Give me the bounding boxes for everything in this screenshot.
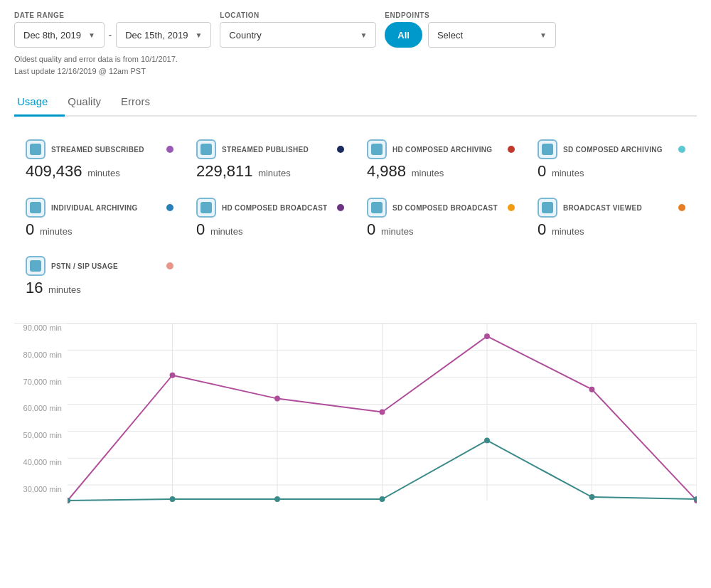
metric-value: 0	[367, 220, 375, 238]
metric-unit: minutes	[381, 226, 414, 237]
filter-bar: DATE RANGE Dec 8th, 2019 ▼ - Dec 15th, 2…	[14, 11, 697, 48]
tab-errors[interactable]: Errors	[118, 88, 167, 117]
main-page: DATE RANGE Dec 8th, 2019 ▼ - Dec 15th, 2…	[0, 0, 711, 588]
metric-unit: minutes	[40, 226, 73, 237]
metric-value: 0	[538, 220, 546, 238]
location-arrow-icon: ▼	[360, 31, 367, 39]
svg-point-24	[484, 437, 490, 443]
metric-icon-inner	[201, 144, 212, 155]
endpoints-label: ENDPOINTS	[385, 11, 556, 19]
metric-value-row: 0 minutes	[196, 220, 344, 239]
date-start-value: Dec 8th, 2019	[23, 30, 81, 41]
metric-header: PSTN / SIP USAGE	[26, 256, 173, 276]
metric-dot	[678, 204, 685, 211]
y-axis-label: 60,000 min	[14, 404, 68, 412]
metric-icon	[26, 198, 46, 218]
metric-value: 0	[538, 162, 546, 180]
metric-icon	[26, 256, 46, 276]
y-axis-label: 50,000 min	[14, 431, 68, 439]
metric-name: INDIVIDUAL ARCHIVING	[51, 203, 138, 213]
metric-icon	[26, 139, 46, 159]
metric-dot	[508, 146, 515, 153]
date-start-dropdown[interactable]: Dec 8th, 2019 ▼	[14, 22, 105, 48]
svg-point-15	[274, 396, 280, 402]
metric-dot	[337, 204, 344, 211]
endpoints-group: ENDPOINTS All Select ▼	[385, 11, 556, 48]
y-axis-label: 40,000 min	[14, 458, 68, 466]
metric-value-row: 0 minutes	[538, 162, 685, 181]
y-axis-label: 70,000 min	[14, 378, 68, 386]
metric-unit: minutes	[210, 226, 243, 237]
metric-icon	[538, 139, 557, 159]
metric-item: SD COMPOSED ARCHIVING 0 minutes	[526, 131, 697, 189]
info-line1: Oldest quality and error data is from 10…	[14, 53, 697, 65]
svg-point-23	[380, 496, 385, 502]
metric-name: SD COMPOSED ARCHIVING	[563, 145, 663, 154]
metric-header: STREAMED SUBSCRIBED	[26, 139, 173, 159]
metric-item: SD COMPOSED BROADCAST 0 minutes	[356, 189, 526, 247]
metric-name: STREAMED PUBLISHED	[222, 145, 309, 154]
metric-icon-inner	[542, 202, 553, 213]
metric-name: STREAMED SUBSCRIBED	[51, 145, 144, 154]
svg-point-25	[589, 494, 595, 500]
metric-name: HD COMPOSED BROADCAST	[222, 203, 328, 213]
metric-unit: minutes	[412, 168, 444, 178]
metric-icon	[367, 198, 387, 218]
tabs-bar: Usage Quality Errors	[14, 88, 697, 117]
metric-header: HD COMPOSED BROADCAST	[196, 198, 344, 218]
metric-unit: minutes	[87, 168, 120, 178]
metric-icon-inner	[201, 202, 212, 213]
endpoints-controls: All Select ▼	[385, 22, 556, 48]
metric-dot	[678, 146, 685, 153]
metric-item: PSTN / SIP USAGE 16 minutes	[14, 247, 185, 306]
date-range-inputs: Dec 8th, 2019 ▼ - Dec 15th, 2019 ▼	[14, 22, 211, 48]
metric-header: STREAMED PUBLISHED	[196, 139, 344, 159]
svg-point-21	[170, 496, 176, 502]
metric-item: BROADCAST VIEWED 0 minutes	[526, 189, 697, 247]
metric-value-row: 0 minutes	[538, 220, 685, 239]
metric-icon-inner	[30, 144, 41, 155]
metric-name: HD COMPOSED ARCHIVING	[392, 145, 492, 154]
tab-usage[interactable]: Usage	[14, 88, 65, 117]
y-axis-label: 90,000 min	[14, 324, 68, 332]
svg-point-14	[170, 373, 176, 378]
svg-point-17	[484, 333, 490, 339]
metric-name: PSTN / SIP USAGE	[51, 262, 118, 271]
metric-item: HD COMPOSED BROADCAST 0 minutes	[185, 189, 356, 247]
info-text: Oldest quality and error data is from 10…	[14, 53, 697, 77]
date-end-dropdown[interactable]: Dec 15th, 2019 ▼	[116, 22, 211, 48]
metric-header: SD COMPOSED ARCHIVING	[538, 139, 685, 159]
metric-icon	[196, 139, 216, 159]
metric-value-row: 229,811 minutes	[196, 162, 344, 181]
date-start-arrow-icon: ▼	[88, 31, 95, 39]
metrics-grid: STREAMED SUBSCRIBED 409,436 minutes STRE…	[14, 131, 697, 306]
metric-value-row: 4,988 minutes	[367, 162, 515, 181]
metric-icon-inner	[30, 260, 41, 272]
date-separator: -	[105, 22, 116, 48]
endpoints-select-value: Select	[437, 30, 463, 41]
tab-quality[interactable]: Quality	[65, 88, 118, 117]
metric-value: 16	[26, 279, 43, 296]
metric-dot	[508, 204, 515, 211]
metric-dot	[166, 204, 173, 211]
svg-point-22	[274, 496, 280, 502]
date-end-arrow-icon: ▼	[195, 31, 202, 39]
metric-value-row: 16 minutes	[26, 279, 173, 297]
metric-item: STREAMED SUBSCRIBED 409,436 minutes	[14, 131, 185, 189]
metric-header: INDIVIDUAL ARCHIVING	[26, 198, 173, 218]
endpoints-select-dropdown[interactable]: Select ▼	[428, 22, 556, 48]
metric-unit: minutes	[552, 226, 584, 237]
metric-icon	[538, 198, 557, 218]
endpoints-all-button[interactable]: All	[385, 22, 422, 48]
metric-unit: minutes	[552, 168, 584, 178]
metric-icon	[367, 139, 387, 159]
metric-icon	[196, 198, 216, 218]
metric-name: BROADCAST VIEWED	[563, 203, 642, 213]
metric-icon-inner	[371, 144, 383, 155]
info-line2: Last update 12/16/2019 @ 12am PST	[14, 65, 697, 77]
location-dropdown[interactable]: Country ▼	[220, 22, 376, 48]
metric-value-row: 0 minutes	[26, 220, 173, 239]
metric-value: 4,988	[367, 162, 406, 180]
chart-svg	[68, 324, 697, 515]
y-axis-label: 80,000 min	[14, 351, 68, 359]
